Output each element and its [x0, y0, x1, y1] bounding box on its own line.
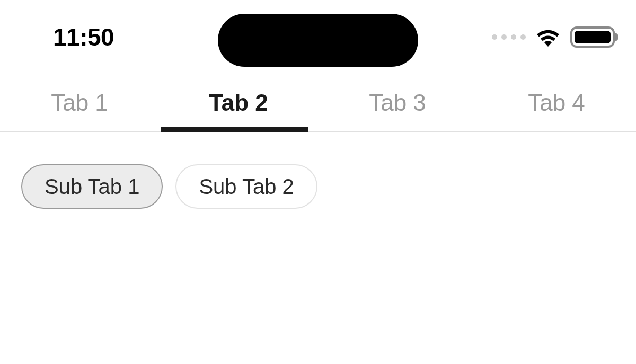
notch — [218, 14, 418, 67]
tab-3[interactable]: Tab 3 — [318, 74, 477, 131]
tab-1[interactable]: Tab 1 — [0, 74, 159, 131]
tab-2[interactable]: Tab 2 — [159, 74, 318, 131]
cellular-icon — [492, 34, 526, 40]
tab-4[interactable]: Tab 4 — [477, 74, 636, 131]
sub-tab-row: Sub Tab 1 Sub Tab 2 — [0, 132, 636, 209]
sub-tab-2[interactable]: Sub Tab 2 — [175, 164, 317, 209]
status-bar: 11:50 — [0, 0, 636, 74]
status-time: 11:50 — [53, 23, 114, 51]
tab-bar: Tab 1 Tab 2 Tab 3 Tab 4 — [0, 74, 636, 132]
battery-icon — [570, 26, 615, 48]
sub-tab-1[interactable]: Sub Tab 1 — [21, 164, 163, 209]
status-right — [492, 26, 615, 48]
wifi-icon — [535, 27, 561, 47]
